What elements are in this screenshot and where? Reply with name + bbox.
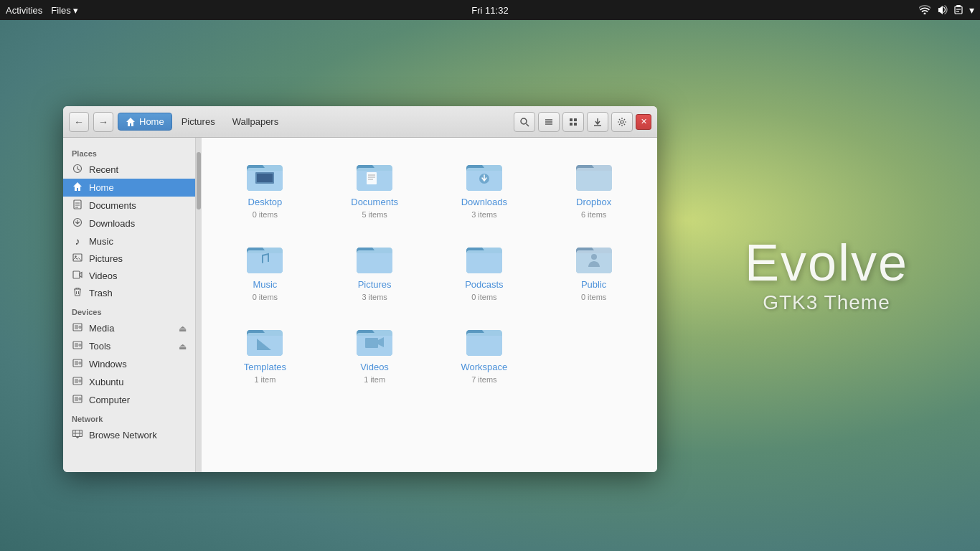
desktop-name: Desktop xyxy=(248,197,283,207)
videos-folder-icon xyxy=(354,323,395,359)
music-sidebar-icon: ♪ xyxy=(72,235,83,247)
places-section-label: Places xyxy=(63,143,195,161)
svg-point-34 xyxy=(79,362,81,364)
file-item-workspace[interactable]: Workspace 7 items xyxy=(433,314,537,391)
sidebar-item-pictures[interactable]: Pictures xyxy=(63,250,195,267)
downloads-sidebar-icon xyxy=(72,217,83,230)
videos-sidebar-icon xyxy=(72,270,83,281)
sidebar-item-xubuntu[interactable]: Xubuntu xyxy=(63,373,195,391)
search-button[interactable] xyxy=(514,112,535,132)
files-menu[interactable]: Files ▾ xyxy=(51,5,78,16)
topbar: Activities Files ▾ Fri 11:32 xyxy=(0,0,980,20)
dropbox-meta: 6 items xyxy=(581,210,606,219)
topbar-clock: Fri 11:32 xyxy=(471,5,508,16)
download-button[interactable] xyxy=(587,112,608,132)
breadcrumb-bar: Home Pictures Wallpapers xyxy=(118,113,509,131)
file-item-public[interactable]: Public 0 items xyxy=(542,232,646,309)
file-area: Desktop 0 items xyxy=(202,138,657,472)
sidebar-item-tools[interactable]: Tools ⏏ xyxy=(63,337,195,355)
svg-point-54 xyxy=(591,254,597,260)
pictures-folder-icon xyxy=(354,240,395,276)
file-item-templates[interactable]: Templates 1 item xyxy=(213,314,317,391)
svg-rect-30 xyxy=(75,343,78,347)
sidebar-item-trash[interactable]: Trash xyxy=(63,284,195,302)
sidebar-scrollbar[interactable] xyxy=(196,138,202,472)
network-icon xyxy=(72,429,83,441)
scrollbar-thumb[interactable] xyxy=(197,152,201,209)
desktop-folder-icon xyxy=(244,158,286,194)
devices-section-label: Devices xyxy=(63,302,195,319)
sidebar-documents-label: Documents xyxy=(89,200,136,211)
breadcrumb-home[interactable]: Home xyxy=(118,113,172,131)
music-folder-icon xyxy=(244,240,286,276)
topbar-right: ▾ xyxy=(919,4,974,17)
svg-rect-23 xyxy=(73,271,80,278)
videos-name: Videos xyxy=(360,362,389,372)
toolbar-actions: ✕ xyxy=(514,112,651,132)
svg-rect-39 xyxy=(75,397,78,401)
sidebar-pictures-label: Pictures xyxy=(89,253,123,264)
workspace-folder-icon xyxy=(463,323,505,359)
documents-name: Documents xyxy=(351,197,398,207)
svg-point-14 xyxy=(621,121,623,123)
desktop-meta: 0 items xyxy=(253,210,278,219)
dropdown-icon[interactable]: ▾ xyxy=(969,4,974,16)
templates-meta: 1 item xyxy=(254,375,275,384)
sidebar-item-media[interactable]: Media ⏏ xyxy=(63,319,195,337)
tools-eject-icon[interactable]: ⏏ xyxy=(179,342,187,352)
music-name: Music xyxy=(253,279,277,290)
sidebar-item-recent[interactable]: Recent xyxy=(63,161,195,179)
volume-icon[interactable] xyxy=(936,4,948,17)
pictures-name: Pictures xyxy=(358,279,392,290)
svg-rect-12 xyxy=(574,123,577,126)
wifi-icon[interactable] xyxy=(919,4,930,17)
back-button[interactable]: ← xyxy=(69,112,89,132)
file-item-music[interactable]: Music 0 items xyxy=(213,232,317,309)
sidebar-videos-label: Videos xyxy=(89,270,118,281)
file-item-videos[interactable]: Videos 1 item xyxy=(323,314,427,391)
svg-point-22 xyxy=(75,255,76,257)
list-view-button[interactable] xyxy=(538,112,560,132)
grid-view-button[interactable] xyxy=(562,112,584,132)
sidebar-item-browse-network[interactable]: Browse Network xyxy=(63,426,195,443)
svg-rect-36 xyxy=(75,379,78,383)
sidebar-item-documents[interactable]: Documents xyxy=(63,197,195,215)
sidebar-item-videos[interactable]: Videos xyxy=(63,267,195,284)
windows-icon xyxy=(72,358,83,370)
sidebar-item-computer[interactable]: Computer xyxy=(63,391,195,409)
file-item-dropbox[interactable]: Dropbox 6 items xyxy=(542,149,646,226)
sidebar-item-music[interactable]: ♪ Music xyxy=(63,232,195,250)
svg-rect-9 xyxy=(570,118,573,121)
breadcrumb-wallpapers[interactable]: Wallpapers xyxy=(225,113,287,131)
sidebar-home-label: Home xyxy=(89,182,114,193)
downloads-name: Downloads xyxy=(461,197,507,207)
sidebar: Places Recent Home xyxy=(63,138,196,472)
svg-point-28 xyxy=(79,326,81,329)
sidebar-item-windows[interactable]: Windows xyxy=(63,355,195,373)
documents-sidebar-icon xyxy=(72,199,83,212)
file-item-pictures[interactable]: Pictures 3 items xyxy=(323,232,427,309)
file-item-desktop[interactable]: Desktop 0 items xyxy=(213,149,317,226)
svg-point-37 xyxy=(79,380,81,382)
breadcrumb-pictures[interactable]: Pictures xyxy=(174,113,223,131)
clipboard-icon[interactable] xyxy=(953,4,963,17)
workspace-meta: 7 items xyxy=(471,375,496,384)
file-item-podcasts[interactable]: Podcasts 0 items xyxy=(433,232,537,309)
activities-button[interactable]: Activities xyxy=(6,5,42,16)
sidebar-item-home[interactable]: Home xyxy=(63,179,195,197)
close-button[interactable]: ✕ xyxy=(636,114,651,130)
music-meta: 0 items xyxy=(253,293,278,301)
svg-rect-27 xyxy=(75,325,78,329)
file-item-documents[interactable]: Documents 5 items xyxy=(323,149,427,226)
forward-button[interactable]: → xyxy=(93,112,113,132)
svg-rect-55 xyxy=(365,338,378,348)
svg-rect-0 xyxy=(955,6,962,14)
settings-button[interactable] xyxy=(611,112,633,132)
home-icon xyxy=(72,182,83,194)
sidebar-music-label: Music xyxy=(89,236,113,247)
media-icon xyxy=(72,322,83,334)
media-eject-icon[interactable]: ⏏ xyxy=(179,324,187,334)
file-item-downloads[interactable]: Downloads 3 items xyxy=(433,149,537,226)
sidebar-item-downloads[interactable]: Downloads xyxy=(63,215,195,232)
sidebar-tools-label: Tools xyxy=(89,341,110,352)
